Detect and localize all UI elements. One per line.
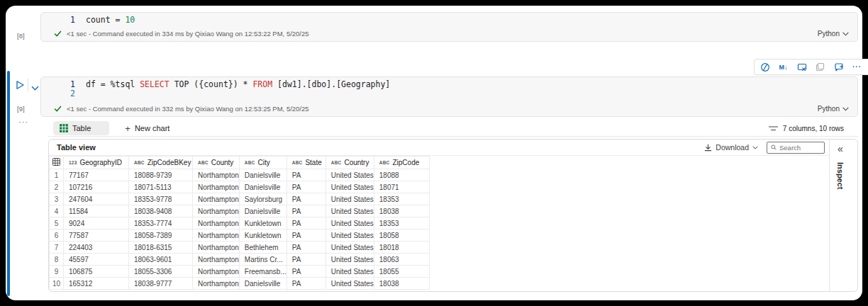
table-cell[interactable]: 18088-9739 <box>129 169 193 181</box>
code-line[interactable]: 1count = 10 <box>41 16 857 25</box>
table-cell[interactable]: Danielsville <box>239 169 286 181</box>
table-cell[interactable]: United States <box>326 230 374 242</box>
table-cell[interactable]: 45597 <box>64 254 129 266</box>
row-number[interactable]: 1 <box>50 169 64 181</box>
table-cell[interactable]: Saylorsburg <box>239 193 286 205</box>
table-cell[interactable]: Kunkletown <box>239 230 286 242</box>
table-cell[interactable]: PA <box>286 169 326 181</box>
data-wrangler-icon[interactable] <box>760 62 770 72</box>
table-cell[interactable]: 18353-7774 <box>129 217 193 230</box>
table-cell[interactable]: 18055-3306 <box>129 266 193 278</box>
table-cell[interactable]: Bethlehem <box>239 242 286 254</box>
table-cell[interactable]: United States <box>326 181 374 193</box>
table-cell[interactable]: United States <box>326 193 374 205</box>
table-cell[interactable]: 106875 <box>64 266 129 278</box>
table-cell[interactable]: United States <box>326 217 374 230</box>
table-cell[interactable]: 18058 <box>374 230 429 242</box>
table-cell[interactable]: United States <box>326 169 374 181</box>
code-line[interactable]: 2 <box>41 89 857 98</box>
row-number[interactable]: 5 <box>50 217 64 230</box>
clear-output-icon[interactable] <box>796 62 807 72</box>
table-row[interactable]: 84559718063-9601NorthamptonMartins Cr...… <box>50 254 430 266</box>
search-box[interactable] <box>767 142 825 154</box>
column-header-Country[interactable]: ABCCountry <box>326 157 374 169</box>
table-cell[interactable]: Kunkletown <box>239 217 286 230</box>
table-cell[interactable]: United States <box>326 266 374 278</box>
table-cell[interactable]: Martins Cr... <box>239 254 286 266</box>
markdown-convert-icon[interactable]: M↓ <box>778 62 789 72</box>
collapse-cell-chevron-icon[interactable] <box>31 81 39 94</box>
table-cell[interactable]: 224403 <box>64 242 129 254</box>
table-cell[interactable]: 18038-9408 <box>129 205 193 217</box>
table-cell[interactable]: 18038 <box>374 205 429 217</box>
comment-icon[interactable] <box>833 62 844 72</box>
cell1-code-editor[interactable]: 1count = 10 <box>41 16 857 25</box>
row-number[interactable]: 9 <box>50 266 64 278</box>
table-cell[interactable]: Northampton <box>193 230 240 242</box>
row-number[interactable]: 2 <box>50 181 64 193</box>
table-cell[interactable]: 107216 <box>64 181 129 193</box>
row-number[interactable]: 8 <box>50 254 64 266</box>
new-chart-button[interactable]: + New chart <box>125 123 169 134</box>
table-cell[interactable]: United States <box>326 278 374 290</box>
table-cell[interactable]: Northampton <box>193 278 240 290</box>
result-table[interactable]: 123GeographyIDABCZipCodeBKeyABCCountyABC… <box>49 156 430 290</box>
table-row[interactable]: 210721618071-5113NorthamptonDanielsville… <box>50 181 430 193</box>
table-cell[interactable]: Northampton <box>193 266 240 278</box>
row-number[interactable]: 7 <box>50 242 64 254</box>
code-cell-1[interactable]: 1count = 10 <1 sec - Command executed in… <box>40 12 858 42</box>
table-cell[interactable]: Danielsville <box>239 205 286 217</box>
run-cell-button[interactable] <box>14 79 26 91</box>
table-cell[interactable]: PA <box>286 254 326 266</box>
table-cell[interactable]: 18038 <box>374 278 429 290</box>
table-cell[interactable]: 77167 <box>64 169 129 181</box>
code-cell-2[interactable]: 1df = %tsql SELECT TOP ({count}) * FROM … <box>40 76 858 117</box>
table-row[interactable]: 41158418038-9408NorthamptonDanielsvilleP… <box>50 205 430 217</box>
table-cell[interactable]: Northampton <box>193 193 240 205</box>
column-header-ZipCode[interactable]: ABCZipCode <box>374 157 429 169</box>
table-cell[interactable]: 18058-7389 <box>129 230 193 242</box>
cell2-more-dots[interactable]: ··· <box>18 118 28 126</box>
table-cell[interactable]: 18038-9777 <box>129 278 193 290</box>
table-cell[interactable]: Northampton <box>193 217 240 230</box>
table-cell[interactable]: Northampton <box>193 181 240 193</box>
table-cell[interactable]: PA <box>286 242 326 254</box>
table-cell[interactable]: 18353 <box>374 217 429 230</box>
table-cell[interactable]: 18088 <box>374 169 429 181</box>
table-cell[interactable]: Northampton <box>193 254 240 266</box>
table-cell[interactable]: Danielsville <box>239 181 286 193</box>
table-row[interactable]: 5902418353-7774NorthamptonKunkletownPAUn… <box>50 217 430 230</box>
cell1-language-picker[interactable]: Python <box>818 30 849 38</box>
inspect-panel-label[interactable]: Inspect <box>836 162 845 190</box>
table-cell[interactable]: Northampton <box>193 169 240 181</box>
row-number[interactable]: 4 <box>50 205 64 217</box>
cell2-language-picker[interactable]: Python <box>818 105 849 113</box>
table-row[interactable]: 17716718088-9739NorthamptonDanielsvilleP… <box>50 169 430 181</box>
table-row[interactable]: 910687518055-3306NorthamptonFreemansb...… <box>50 266 430 278</box>
table-dimensions[interactable]: 7 columns, 10 rows <box>769 125 844 132</box>
table-cell[interactable]: PA <box>286 278 326 290</box>
table-cell[interactable]: 18063-9601 <box>129 254 193 266</box>
table-header-row[interactable]: 123GeographyIDABCZipCodeBKeyABCCountyABC… <box>50 157 430 169</box>
more-commands-icon[interactable]: ··· <box>852 62 862 72</box>
column-header-ZipCodeBKey[interactable]: ABCZipCodeBKey <box>129 157 193 169</box>
select-all-cell[interactable] <box>50 157 64 169</box>
row-number[interactable]: 6 <box>50 230 64 242</box>
search-input[interactable] <box>779 144 820 152</box>
column-header-State[interactable]: ABCState <box>286 157 326 169</box>
table-cell[interactable]: 165312 <box>64 278 129 290</box>
table-cell[interactable]: PA <box>286 217 326 230</box>
table-cell[interactable]: 18018-6315 <box>129 242 193 254</box>
cell2-code-editor[interactable]: 1df = %tsql SELECT TOP ({count}) * FROM … <box>41 80 857 98</box>
table-cell[interactable]: Northampton <box>193 242 240 254</box>
table-cell[interactable]: 77587 <box>64 230 129 242</box>
table-cell[interactable]: 18353-9778 <box>129 193 193 205</box>
row-number[interactable]: 3 <box>50 193 64 205</box>
table-cell[interactable]: 18055 <box>374 266 429 278</box>
table-row[interactable]: 722440318018-6315NorthamptonBethlehemPAU… <box>50 242 430 254</box>
table-cell[interactable]: PA <box>286 193 326 205</box>
table-cell[interactable]: Freemansb... <box>239 266 286 278</box>
table-row[interactable]: 1016531218038-9777NorthamptonDanielsvill… <box>50 278 430 290</box>
table-cell[interactable]: 247604 <box>64 193 129 205</box>
column-header-City[interactable]: ABCCity <box>239 157 286 169</box>
